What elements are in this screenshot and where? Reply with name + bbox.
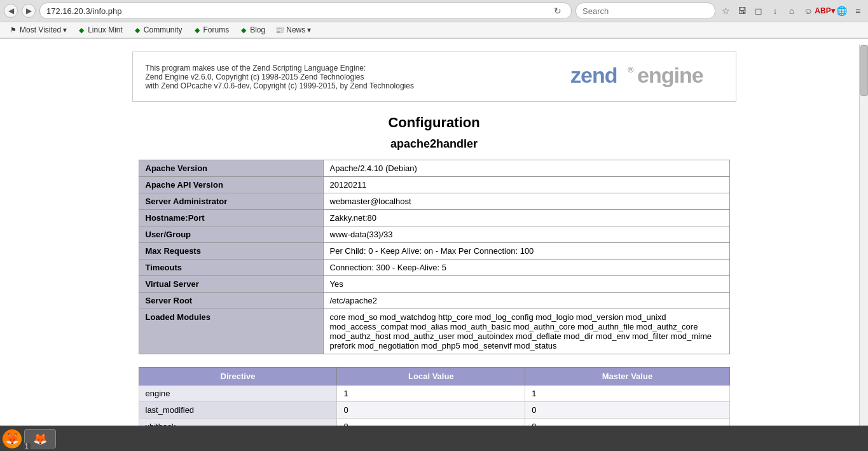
row-value: 20120211 [323,177,729,193]
row-key: User/Group [139,226,323,243]
local-value: 0 [337,402,525,419]
globe-icon[interactable]: 🌐 [835,4,848,17]
forward-button[interactable]: ▶ [22,4,36,18]
table-row: Hostname:PortZakky.net:80 [139,210,729,226]
taskbar: 🦊 🦊 1 [0,426,868,451]
table-row: TimeoutsConnection: 300 - Keep-Alive: 5 [139,260,729,276]
page-content: This program makes use of the Zend Scrip… [0,39,868,451]
bookmark-most-visited[interactable]: ⚑ Most Visited ▾ [5,24,71,36]
zend-logo: zend ® engine [570,59,723,95]
zend-line3: with Zend OPcache v7.0.6-dev, Copyright … [146,81,414,90]
browser-chrome: ◀ ▶ 172.16.20.3/info.php ↻ ☆ 🖫 ◻ ↓ ⌂ ☺ A… [0,0,868,39]
bookmarks-bar: ⚑ Most Visited ▾ ◆ Linux Mint ◆ Communit… [0,22,868,38]
config-subtitle: apache2handler [139,137,730,151]
bookmark-community[interactable]: ◆ Community [129,24,186,36]
scrollbar-track[interactable] [859,45,868,426]
firefox-button[interactable]: 🦊 [3,429,22,448]
community-icon: ◆ [133,25,142,34]
table-row: Apache API Version20120211 [139,177,729,193]
info-table: Apache VersionApache/2.4.10 (Debian)Apac… [139,160,730,354]
bookmark-news-label: News [286,25,305,34]
forums-icon: ◆ [193,25,202,34]
table-row: User/Groupwww-data(33)/33 [139,226,729,243]
row-key: Virtual Server [139,276,323,293]
bookmark-blog-label: Blog [250,25,265,34]
zend-info-box: This program makes use of the Zend Scrip… [132,52,736,102]
home-icon[interactable]: ⌂ [785,4,798,17]
row-value: www-data(33)/33 [323,226,729,243]
row-value: Zakky.net:80 [323,210,729,226]
zend-line2: Zend Engine v2.6.0, Copyright (c) 1998-2… [146,73,414,81]
blog-icon: ◆ [239,25,248,34]
row-value: Yes [323,276,729,293]
address-bar[interactable]: 172.16.20.3/info.php ↻ [39,3,572,19]
config-title: Configuration [139,114,730,131]
table-row: Virtual ServerYes [139,276,729,293]
row-key: Apache API Version [139,177,323,193]
row-value: /etc/apache2 [323,293,729,309]
table-row: Server Administratorwebmaster@localhost [139,193,729,210]
directive-name: engine [139,385,337,402]
directive-row: last_modified00 [139,402,729,419]
row-value: Connection: 300 - Keep-Alive: 5 [323,260,729,276]
url-text: 172.16.20.3/info.php [46,6,551,16]
row-key: Timeouts [139,260,323,276]
row-key: Server Administrator [139,193,323,210]
pocket-icon[interactable]: ◻ [752,4,765,17]
abp-icon[interactable]: ABP▾ [818,4,831,17]
bookmark-news[interactable]: 📰 News ▾ [272,24,315,36]
directive-row: engine11 [139,385,729,402]
row-key: Loaded Modules [139,309,323,354]
zend-line1: This program makes use of the Zend Scrip… [146,64,414,73]
bookmark-forums-label: Forums [203,25,230,34]
bookmark-linux-mint[interactable]: ◆ Linux Mint [73,24,127,36]
master-value: 1 [525,385,729,402]
toolbar-icons: ☆ 🖫 ◻ ↓ ⌂ ☺ ABP▾ 🌐 ≡ [719,4,864,17]
zend-logo-svg: zend ® engine [570,59,723,90]
news-arrow: ▾ [307,25,311,34]
bookmark-community-label: Community [144,25,183,34]
search-input[interactable] [575,3,715,19]
directive-name: last_modified [139,402,337,419]
news-icon: 📰 [275,25,284,34]
svg-text:zend: zend [570,63,617,87]
download-icon[interactable]: ↓ [769,4,782,17]
star-icon[interactable]: ☆ [719,4,732,17]
save-icon[interactable]: 🖫 [736,4,748,17]
taskbar-number: 1 [23,443,31,450]
row-key: Hostname:Port [139,210,323,226]
table-row: Loaded Modulescore mod_so mod_watchdog h… [139,309,729,354]
row-key: Max Requests [139,243,323,260]
menu-icon[interactable]: ≡ [851,4,864,17]
bookmark-forums[interactable]: ◆ Forums [189,24,233,36]
config-section: Configuration apache2handler Apache Vers… [132,114,736,451]
bookmark-blog[interactable]: ◆ Blog [235,24,269,36]
bookmark-most-visited-label: Most Visited [20,25,61,34]
back-button[interactable]: ◀ [4,4,18,18]
directive-col-header: Directive [139,368,337,385]
reload-button[interactable]: ↻ [551,4,565,18]
linux-mint-icon: ◆ [77,25,86,34]
row-key: Apache Version [139,160,323,177]
master-value: 0 [525,402,729,419]
bookmark-linux-mint-label: Linux Mint [88,25,123,34]
row-value: webmaster@localhost [323,193,729,210]
table-row: Server Root/etc/apache2 [139,293,729,309]
master-value-col-header: Master Value [525,368,729,385]
svg-text:engine: engine [637,63,703,87]
table-row: Max RequestsPer Child: 0 - Keep Alive: o… [139,243,729,260]
table-row: Apache VersionApache/2.4.10 (Debian) [139,160,729,177]
most-visited-icon: ⚑ [9,25,18,34]
row-value: Per Child: 0 - Keep Alive: on - Max Per … [323,243,729,260]
row-key: Server Root [139,293,323,309]
row-value: core mod_so mod_watchdog http_core mod_l… [323,309,729,354]
row-value: Apache/2.4.10 (Debian) [323,160,729,177]
local-value-col-header: Local Value [337,368,525,385]
most-visited-arrow: ▾ [63,25,67,34]
local-value: 1 [337,385,525,402]
scrollbar-thumb[interactable] [860,45,868,96]
directive-table: Directive Local Value Master Value engin… [139,367,730,435]
face-icon[interactable]: ☺ [802,4,815,17]
browser-toolbar: ◀ ▶ 172.16.20.3/info.php ↻ ☆ 🖫 ◻ ↓ ⌂ ☺ A… [0,0,868,22]
zend-text: This program makes use of the Zend Scrip… [146,64,414,90]
